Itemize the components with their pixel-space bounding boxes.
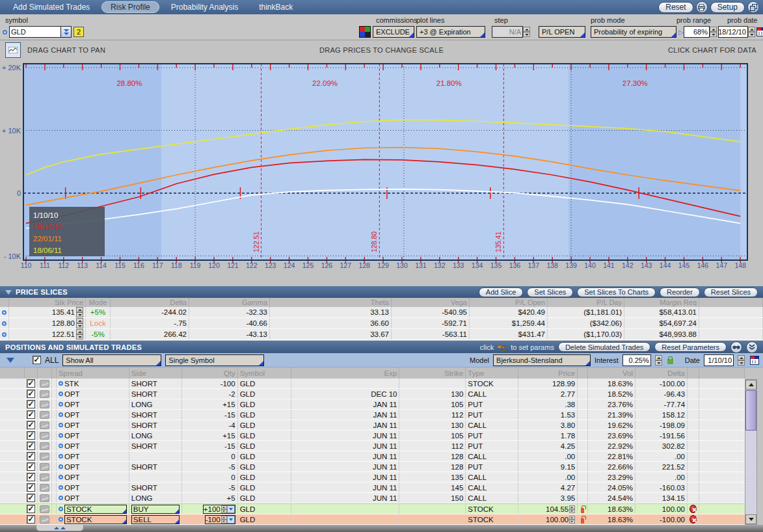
date-spinner[interactable]	[738, 355, 745, 366]
risk-profile-chart[interactable]: + 20K+ 10K0- 10K122.51128.80135.4128.80%…	[0, 60, 763, 274]
reorder-button[interactable]: Reorder	[660, 287, 700, 297]
column-header-stk-price[interactable]: Stk Price	[9, 298, 86, 307]
side-select[interactable]: SELL	[131, 515, 180, 524]
row-params-icon[interactable]	[40, 516, 49, 524]
prob-range-spinner[interactable]	[710, 27, 717, 37]
row-checkbox[interactable]: ✓	[27, 400, 35, 408]
row-params-icon[interactable]	[40, 473, 49, 481]
row-checkbox[interactable]: ✓	[27, 390, 35, 398]
row-checkbox[interactable]: ✓	[27, 431, 35, 440]
set-slices-button[interactable]: Set Slices	[527, 287, 573, 297]
column-header-price[interactable]: Price	[518, 367, 578, 379]
row-checkbox[interactable]: ✓	[27, 421, 35, 429]
prob-date-input[interactable]: 18/12/10	[718, 26, 748, 38]
row-bullet-icon[interactable]	[59, 381, 63, 386]
row-params-icon[interactable]	[40, 411, 49, 419]
row-params-icon[interactable]	[40, 390, 49, 398]
row-bullet-icon[interactable]	[59, 517, 63, 522]
delete-trade-button[interactable]	[689, 515, 697, 524]
analyze-button[interactable]	[730, 341, 742, 353]
date-input[interactable]: 1/10/10	[704, 354, 734, 366]
row-checkbox[interactable]: ✓	[27, 494, 35, 502]
date-calendar-icon[interactable]	[750, 356, 759, 365]
add-slice-button[interactable]: Add Slice	[479, 287, 523, 297]
slice-mode[interactable]: -5%	[86, 329, 111, 339]
prob-date-spinner[interactable]	[748, 27, 755, 37]
row-params-icon[interactable]	[40, 421, 49, 429]
price-spinner[interactable]	[569, 516, 575, 524]
side-select[interactable]: BUY	[131, 505, 180, 514]
row-params-icon[interactable]	[40, 401, 49, 408]
tab-risk-profile[interactable]: Risk Profile	[101, 1, 159, 13]
stk-price-value[interactable]: 135.41	[52, 308, 75, 316]
row-bullet-icon[interactable]	[59, 444, 63, 448]
column-header-mode[interactable]: Mode	[86, 298, 111, 307]
row-checkbox[interactable]: ✓	[27, 410, 35, 419]
positions-scrollbar[interactable]	[745, 379, 757, 525]
row-bullet-icon[interactable]	[59, 433, 63, 438]
row-params-icon[interactable]	[40, 484, 49, 492]
stk-price-spinner[interactable]	[76, 329, 83, 339]
prob-date-calendar-icon[interactable]	[756, 27, 763, 36]
tab-probability-analysis[interactable]: Probability Analysis	[162, 1, 247, 13]
slice-mode[interactable]: +5%	[86, 307, 111, 317]
delete-simulated-trades-button[interactable]: Delete Simulated Trades	[558, 342, 650, 352]
delete-trade-button[interactable]	[689, 505, 697, 513]
column-header-delta[interactable]: Delta	[636, 367, 688, 379]
print-button[interactable]	[696, 1, 708, 13]
column-header-strike[interactable]: Strike	[399, 367, 466, 379]
tab-add-simulated-trades[interactable]: Add Simulated Trades	[4, 1, 99, 13]
detach-window-button[interactable]	[747, 1, 759, 13]
slice-mode[interactable]: Lock	[86, 318, 111, 328]
row-checkbox[interactable]: ✓	[27, 462, 35, 471]
prob-range-input[interactable]: 68%	[684, 26, 710, 38]
price-lock-icon[interactable]	[581, 518, 584, 524]
row-checkbox[interactable]: ✓	[27, 473, 35, 481]
qty-spinner[interactable]	[221, 505, 227, 513]
single-symbol-select[interactable]: Single Symbol	[165, 354, 264, 366]
column-header-side[interactable]: Side	[129, 367, 182, 379]
column-header-vol[interactable]: Vol	[588, 367, 636, 379]
show-all-select[interactable]: Show All	[62, 354, 161, 366]
reset-slices-button[interactable]: Reset Slices	[704, 287, 758, 297]
model-select[interactable]: Bjerksund-Stensland	[493, 354, 591, 366]
setup-button[interactable]: Setup	[710, 2, 745, 13]
set-slices-to-charts-button[interactable]: Set Slices To Charts	[577, 287, 656, 297]
row-params-icon[interactable]	[40, 442, 49, 450]
stk-price-spinner[interactable]	[76, 307, 83, 317]
row-params-icon[interactable]	[40, 453, 49, 460]
qty-spinner[interactable]	[221, 516, 227, 524]
row-checkbox[interactable]: ✓	[27, 505, 35, 513]
pl-mode-select[interactable]: P/L OPEN	[539, 26, 585, 38]
collapse-section-button[interactable]	[746, 341, 758, 353]
row-params-icon[interactable]	[40, 380, 49, 388]
row-params-icon[interactable]	[40, 463, 49, 471]
spread-select[interactable]: STOCK	[64, 505, 127, 514]
qty-dropdown-button[interactable]	[227, 516, 235, 524]
tab-thinkback[interactable]: thinkBack	[250, 1, 302, 13]
column-header-margin-req[interactable]: Margin Req	[624, 298, 699, 307]
expand-bottom-panel-button[interactable]	[36, 525, 84, 531]
row-bullet-icon[interactable]	[59, 475, 63, 479]
scroll-down-button[interactable]	[745, 514, 756, 524]
row-bullet-icon[interactable]	[59, 507, 63, 511]
row-checkbox[interactable]: ✓	[27, 379, 35, 388]
column-header-p-l-day[interactable]: P/L Day	[548, 298, 624, 307]
column-header-gamma[interactable]: Gamma	[189, 298, 270, 307]
column-header-p-l-open[interactable]: P/L Open	[470, 298, 548, 307]
row-bullet-icon[interactable]	[59, 454, 63, 459]
stk-price-value[interactable]: 122.51	[52, 330, 75, 338]
row-checkbox[interactable]: ✓	[27, 515, 35, 524]
price-lock-icon[interactable]	[581, 508, 584, 513]
chart-settings-button[interactable]	[5, 42, 21, 58]
row-bullet-icon[interactable]	[59, 402, 63, 406]
row-checkbox[interactable]: ✓	[27, 452, 35, 460]
step-input[interactable]: N/A	[492, 26, 523, 38]
symbol-input[interactable]: GLD	[9, 26, 61, 38]
symbol-dropdown-button[interactable]	[61, 26, 72, 38]
all-checkbox[interactable]: ✓	[33, 356, 41, 364]
row-params-icon[interactable]	[40, 505, 49, 513]
row-bullet-icon[interactable]	[59, 464, 63, 469]
interest-lock-icon[interactable]	[667, 359, 673, 364]
collapse-price-slices-icon[interactable]	[5, 290, 12, 295]
